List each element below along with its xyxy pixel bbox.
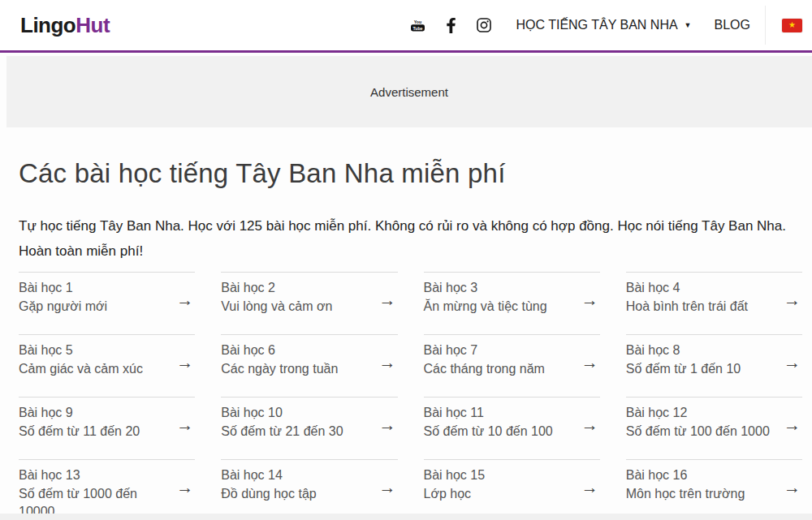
lesson-label: Bài học 6 (221, 342, 374, 360)
lesson-label: Bài học 3 (424, 279, 577, 298)
header-right: You Tube HỌC TIẾNG TÂY BAN NHA ▼ (410, 6, 802, 45)
arrow-right-icon: → (176, 354, 193, 371)
lesson-label: Bài học 10 (221, 404, 374, 423)
lesson-title: Vui lòng và cảm ơn (221, 298, 374, 316)
svg-text:Tube: Tube (413, 25, 423, 30)
lesson-label: Bài học 12 (626, 404, 780, 423)
arrow-right-icon: → (176, 291, 193, 308)
lesson-card[interactable]: Bài học 8 Số đếm từ 1 đến 10 → (626, 334, 802, 397)
vietnam-flag-language-selector[interactable]: ★ (782, 19, 802, 32)
arrow-right-icon: → (379, 291, 396, 308)
lesson-label: Bài học 9 (19, 404, 172, 423)
lesson-label: Bài học 13 (19, 466, 172, 485)
lesson-card[interactable]: Bài học 10 Số đếm từ 21 đến 30 → (221, 397, 397, 459)
lesson-title: Ăn mừng và tiệc tùng (424, 298, 577, 316)
arrow-right-icon: → (784, 354, 801, 371)
arrow-right-icon: → (581, 479, 598, 496)
lesson-card[interactable]: Bài học 7 Các tháng trong năm → (424, 334, 600, 397)
lesson-title: Gặp người mới (19, 298, 172, 316)
social-links: You Tube (410, 18, 491, 33)
arrow-right-icon: → (379, 479, 396, 496)
lesson-card[interactable]: Bài học 3 Ăn mừng và tiệc tùng → (424, 272, 600, 334)
lesson-label: Bài học 5 (19, 342, 172, 360)
bottom-ad-strip (0, 514, 812, 520)
lesson-card[interactable]: Bài học 14 Đồ dùng học tập → (221, 459, 397, 520)
lesson-card[interactable]: Bài học 12 Số đếm từ 100 đến 1000 → (626, 397, 802, 459)
lesson-grid: Bài học 1 Gặp người mới → Bài học 2 Vui … (19, 272, 802, 520)
blog-label: BLOG (715, 18, 750, 32)
lesson-title: Số đếm từ 100 đến 1000 (626, 423, 780, 441)
lesson-title: Số đếm từ 21 đến 30 (221, 423, 374, 441)
chevron-down-icon: ▼ (685, 21, 692, 29)
lesson-label: Bài học 8 (626, 342, 780, 360)
flag-star-icon: ★ (788, 21, 796, 29)
lesson-title: Các tháng trong năm (424, 360, 577, 379)
lesson-title: Môn học trên trường (626, 485, 780, 504)
lesson-label: Bài học 14 (221, 466, 374, 485)
lesson-card[interactable]: Bài học 2 Vui lòng và cảm ơn → (221, 272, 397, 334)
lesson-label: Bài học 11 (424, 404, 577, 423)
lesson-card[interactable]: Bài học 16 Môn học trên trường → (626, 459, 802, 520)
lesson-title: Đồ dùng học tập (221, 485, 374, 504)
lesson-title: Các ngày trong tuần (221, 360, 374, 379)
header-divider (765, 6, 766, 45)
arrow-right-icon: → (176, 416, 193, 433)
arrow-right-icon: → (784, 416, 801, 433)
lesson-label: Bài học 1 (19, 279, 172, 298)
lesson-title: Hoà bình trên trái đất (626, 298, 780, 316)
main-content: Các bài học tiếng Tây Ban Nha miễn phí T… (19, 158, 802, 520)
lesson-card[interactable]: Bài học 13 Số đếm từ 1000 đến 10000 → (19, 459, 195, 520)
brand-accent-bar (0, 50, 812, 53)
lesson-label: Bài học 2 (221, 279, 374, 298)
lesson-card[interactable]: Bài học 1 Gặp người mới → (19, 272, 195, 334)
lesson-label: Bài học 15 (424, 466, 577, 485)
arrow-right-icon: → (176, 479, 193, 496)
lingohut-logo[interactable]: LingoHut (20, 13, 110, 38)
arrow-right-icon: → (784, 479, 801, 496)
arrow-right-icon: → (581, 354, 598, 371)
advertisement-banner: Advertisement (6, 56, 812, 127)
arrow-right-icon: → (379, 416, 396, 433)
lesson-card[interactable]: Bài học 6 Các ngày trong tuần → (221, 334, 397, 397)
lesson-label: Bài học 7 (424, 342, 577, 360)
lesson-title: Số đếm từ 11 đến 20 (19, 423, 172, 441)
lesson-card[interactable]: Bài học 9 Số đếm từ 11 đến 20 → (19, 397, 195, 459)
lesson-title: Số đếm từ 1 đến 10 (626, 360, 780, 379)
lesson-card[interactable]: Bài học 11 Số đếm từ 10 đến 100 → (424, 397, 600, 459)
nav-dropdown-label: HỌC TIẾNG TÂY BAN NHA (516, 18, 677, 32)
logo-part-hut: Hut (76, 13, 110, 37)
logo-part-lingo: Lingo (20, 13, 76, 37)
lesson-label: Bài học 4 (626, 279, 780, 298)
intro-paragraph: Tự học tiếng Tây Ban Nha. Học với 125 bà… (19, 213, 802, 264)
lesson-title: Cảm giác và cảm xúc (19, 360, 172, 379)
lesson-title: Lớp học (424, 485, 577, 504)
youtube-icon[interactable]: You Tube (410, 19, 425, 32)
arrow-right-icon: → (784, 291, 801, 308)
page-title: Các bài học tiếng Tây Ban Nha miễn phí (19, 158, 802, 189)
nav-dropdown-spanish-lessons[interactable]: HỌC TIẾNG TÂY BAN NHA ▼ (516, 18, 691, 32)
lesson-card[interactable]: Bài học 5 Cảm giác và cảm xúc → (19, 334, 195, 397)
svg-text:You: You (414, 19, 421, 24)
header: LingoHut You Tube (0, 0, 812, 50)
lesson-title: Số đếm từ 10 đến 100 (424, 423, 577, 441)
nav-blog-link[interactable]: BLOG (715, 18, 750, 32)
instagram-icon[interactable] (477, 18, 491, 32)
lesson-card[interactable]: Bài học 15 Lớp học → (424, 459, 600, 520)
lesson-card[interactable]: Bài học 4 Hoà bình trên trái đất → (626, 272, 802, 334)
facebook-icon[interactable] (447, 18, 456, 33)
lesson-label: Bài học 16 (626, 466, 780, 485)
arrow-right-icon: → (581, 416, 598, 433)
arrow-right-icon: → (379, 354, 396, 371)
advertisement-label: Advertisement (370, 85, 448, 99)
arrow-right-icon: → (581, 291, 598, 308)
